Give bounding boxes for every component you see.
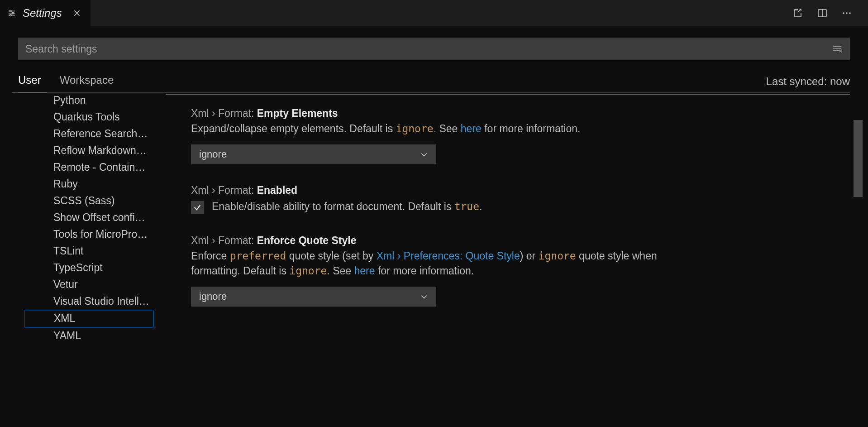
- sidebar-item[interactable]: Reference Search View: [18, 125, 149, 142]
- sidebar-item[interactable]: Python: [18, 94, 149, 109]
- checkbox-enabled[interactable]: [191, 201, 204, 214]
- split-editor-icon[interactable]: [816, 7, 828, 19]
- sidebar-item[interactable]: YAML: [18, 327, 149, 344]
- svg-point-3: [10, 10, 11, 12]
- tab-user[interactable]: User: [12, 70, 47, 92]
- search-box[interactable]: [18, 38, 850, 60]
- tab-settings[interactable]: Settings: [0, 0, 91, 26]
- select-value: ignore: [199, 149, 227, 160]
- chevron-down-icon: [420, 293, 428, 301]
- sidebar-item[interactable]: Remote - Containers: [18, 159, 149, 176]
- select-empty-elements[interactable]: ignore: [191, 144, 436, 164]
- chevron-down-icon: [420, 150, 428, 158]
- setting-title: Xml › Format: Enabled: [191, 184, 698, 197]
- sidebar-item[interactable]: TypeScript: [18, 259, 149, 276]
- sidebar-item[interactable]: Visual Studio IntelliCode: [18, 293, 149, 310]
- sidebar-item[interactable]: Reflow Markdown Description: [18, 142, 149, 159]
- sidebar-item[interactable]: SCSS (Sass): [18, 192, 149, 209]
- sidebar-item-xml[interactable]: XML: [24, 310, 153, 327]
- svg-point-11: [846, 12, 848, 14]
- sidebar-item[interactable]: Tools for MicroProfile: [18, 226, 149, 243]
- select-enforce-quote[interactable]: ignore: [191, 287, 436, 307]
- svg-point-12: [849, 12, 851, 14]
- setting-description: Enable/disable ability to format documen…: [212, 199, 482, 214]
- more-actions-icon[interactable]: [841, 7, 853, 19]
- setting-title: Xml › Format: Enforce Quote Style: [191, 235, 698, 247]
- select-value: ignore: [199, 291, 227, 302]
- settings-tree: Python Quarkus Tools Reference Search Vi…: [18, 94, 166, 427]
- vertical-scrollbar[interactable]: [854, 120, 863, 197]
- sidebar-item[interactable]: Show Offset configuration: [18, 209, 149, 226]
- settings-file-icon: [6, 8, 17, 18]
- svg-point-10: [843, 12, 844, 14]
- open-json-icon[interactable]: [792, 7, 804, 19]
- doc-link[interactable]: here: [354, 265, 375, 277]
- tab-title: Settings: [23, 7, 62, 19]
- settings-list: Xml › Format: Empty Elements Expand/coll…: [166, 94, 850, 427]
- sidebar-item[interactable]: TSLint: [18, 243, 149, 259]
- svg-point-4: [12, 12, 14, 14]
- setting-enabled: Xml › Format: Enabled Enable/disable abi…: [191, 184, 698, 214]
- settings-body: User Workspace Last synced: now Python Q…: [0, 26, 868, 427]
- sidebar-item[interactable]: Ruby: [18, 176, 149, 192]
- doc-link[interactable]: here: [461, 123, 482, 134]
- close-icon[interactable]: [73, 9, 81, 17]
- setting-enforce-quote: Xml › Format: Enforce Quote Style Enforc…: [191, 235, 698, 307]
- sidebar-item[interactable]: Vetur: [18, 276, 149, 293]
- setting-description: Expand/collapse empty elements. Default …: [191, 121, 698, 136]
- tab-workspace[interactable]: Workspace: [60, 70, 114, 92]
- clear-search-icon[interactable]: [832, 44, 843, 54]
- editor-actions: [792, 7, 868, 19]
- content: Python Quarkus Tools Reference Search Vi…: [18, 94, 850, 427]
- svg-point-5: [10, 14, 11, 16]
- search-input[interactable]: [25, 43, 832, 55]
- setting-description: Enforce preferred quote style (set by Xm…: [191, 249, 698, 279]
- tab-bar: Settings: [0, 0, 868, 26]
- sync-status[interactable]: Last synced: now: [766, 75, 850, 88]
- setting-title: Xml › Format: Empty Elements: [191, 107, 698, 120]
- setting-empty-elements: Xml › Format: Empty Elements Expand/coll…: [191, 107, 698, 164]
- scope-row: User Workspace Last synced: now: [18, 70, 850, 93]
- pref-link[interactable]: Xml › Preferences: Quote Style: [377, 250, 520, 262]
- tab-group: Settings: [0, 0, 91, 26]
- sidebar-item[interactable]: Quarkus Tools: [18, 109, 149, 125]
